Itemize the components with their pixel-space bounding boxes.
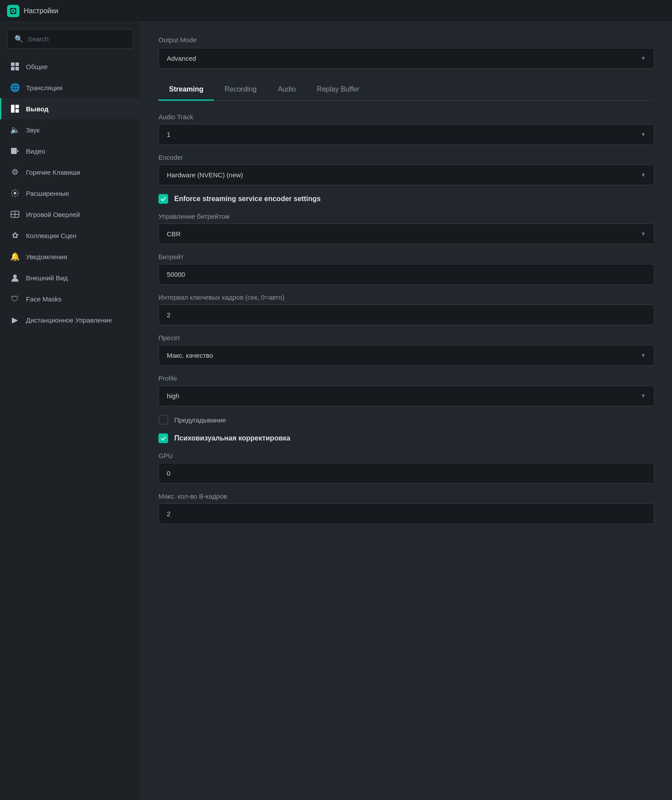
encoder-value: Hardware (NVENC) (new)	[167, 171, 243, 179]
enforce-checkbox-row[interactable]: Enforce streaming service encoder settin…	[158, 194, 654, 204]
svg-rect-7	[11, 105, 15, 113]
nav-label-scene-collections: Коллекции Сцен	[26, 232, 77, 239]
svg-marker-11	[17, 150, 19, 152]
encoder-label: Encoder	[158, 154, 654, 161]
b-frames-value: 2	[167, 510, 170, 517]
output-mode-select[interactable]: Advanced ▼	[158, 48, 654, 69]
tab-audio[interactable]: Audio	[267, 79, 306, 101]
svg-point-12	[14, 192, 16, 194]
chevron-down-icon: ▼	[640, 231, 646, 237]
nav-label-hotkeys: Горячие Клавиши	[26, 169, 80, 176]
nav-item-scene-collections[interactable]: ✿ Коллекции Сцен	[0, 225, 140, 246]
search-container: 🔍 Search	[0, 29, 140, 56]
tab-streaming[interactable]: Streaming	[158, 79, 214, 101]
nav-label-output: Вывод	[26, 105, 48, 113]
b-frames-input[interactable]: 2	[158, 503, 654, 524]
gpu-input[interactable]: 0	[158, 463, 654, 484]
nav-label-streaming: Трансляция	[26, 84, 62, 92]
psychovisual-checkbox[interactable]	[158, 433, 168, 443]
nav-item-advanced[interactable]: Расширенные	[0, 183, 140, 204]
lookahead-checkbox[interactable]	[158, 415, 168, 425]
titlebar-title: Настройки	[24, 7, 58, 15]
lookahead-label: Предугадывание	[174, 416, 226, 424]
svg-rect-6	[15, 67, 19, 70]
bitrate-input[interactable]: 50000	[158, 264, 654, 285]
psychovisual-checkbox-row[interactable]: Психовизуальная корректировка	[158, 433, 654, 443]
bitrate-label: Битрейт	[158, 253, 654, 261]
chevron-down-icon: ▼	[640, 172, 646, 178]
output-mode-label: Output Mode	[158, 36, 654, 44]
profile-label: Profile	[158, 374, 654, 382]
enforce-checkbox[interactable]	[158, 194, 168, 204]
audio-track-select[interactable]: 1 ▼	[158, 124, 654, 145]
game-overlay-icon	[10, 209, 20, 219]
nav-label-notifications: Уведомления	[26, 253, 67, 261]
preset-value: Макс. качество	[167, 352, 213, 359]
lookahead-checkbox-row[interactable]: Предугадывание	[158, 415, 654, 425]
audio-track-label: Audio Track	[158, 113, 654, 121]
app-icon	[7, 5, 19, 17]
scene-collections-icon: ✿	[10, 231, 20, 240]
output-icon	[10, 104, 20, 114]
nav-item-remote-control[interactable]: ▶ Дистанционное Управление	[0, 309, 140, 330]
nav-label-face-masks: Face Masks	[26, 295, 62, 303]
advanced-icon	[10, 188, 20, 198]
remote-control-icon: ▶	[10, 315, 20, 325]
nav-item-streaming[interactable]: 🌐 Трансляция	[0, 77, 140, 98]
nav-item-face-masks[interactable]: 🛡 Face Masks	[0, 288, 140, 309]
video-icon	[10, 146, 20, 156]
chevron-down-icon: ▼	[640, 131, 646, 138]
nav-item-notifications[interactable]: 🔔 Уведомления	[0, 246, 140, 267]
nav-item-appearance[interactable]: Внешний Вид	[0, 267, 140, 288]
content-area: Output Mode Advanced ▼ Streaming Recordi…	[141, 22, 672, 800]
nav-item-hotkeys[interactable]: ⚙ Горячие Клавиши	[0, 161, 140, 183]
svg-point-2	[12, 10, 14, 12]
nav-item-output[interactable]: Вывод	[0, 98, 140, 119]
streaming-icon: 🌐	[10, 83, 20, 92]
enforce-label: Enforce streaming service encoder settin…	[174, 195, 321, 203]
nav-label-remote-control: Дистанционное Управление	[26, 316, 112, 324]
preset-select[interactable]: Макс. качество ▼	[158, 345, 654, 366]
nav-label-advanced: Расширенные	[26, 190, 69, 197]
general-icon	[10, 62, 20, 71]
nav-item-general[interactable]: Общие	[0, 56, 140, 77]
sidebar: 🔍 Search Общие 🌐 Трансляция	[0, 22, 141, 800]
gpu-value: 0	[167, 470, 170, 477]
nav-label-video: Видео	[26, 147, 45, 155]
nav-label-general: Общие	[26, 63, 48, 70]
search-box[interactable]: 🔍 Search	[7, 29, 133, 49]
keyframe-input[interactable]: 2	[158, 305, 654, 325]
nav-label-audio: Звук	[26, 126, 40, 134]
search-placeholder: Search	[28, 35, 49, 43]
chevron-down-icon: ▼	[640, 393, 646, 399]
notifications-icon: 🔔	[10, 252, 20, 261]
svg-rect-8	[15, 105, 19, 108]
svg-rect-9	[15, 109, 19, 113]
nav-label-game-overlay: Игровой Оверлей	[26, 211, 80, 218]
nav-item-video[interactable]: Видео	[0, 140, 140, 161]
svg-rect-10	[11, 148, 17, 154]
gpu-label: GPU	[158, 452, 654, 459]
encoder-select[interactable]: Hardware (NVENC) (new) ▼	[158, 165, 654, 185]
b-frames-label: Макс. кол-во B-кадров	[158, 492, 654, 500]
bitrate-value: 50000	[167, 271, 185, 278]
face-masks-icon: 🛡	[10, 294, 20, 304]
psychovisual-label: Психовизуальная корректировка	[174, 434, 290, 442]
chevron-down-icon: ▼	[640, 352, 646, 359]
bitrate-control-select[interactable]: CBR ▼	[158, 224, 654, 244]
preset-label: Пресет	[158, 334, 654, 341]
output-mode-value: Advanced	[167, 55, 196, 62]
tab-recording[interactable]: Recording	[214, 79, 267, 101]
audio-icon: 🔈	[10, 125, 20, 135]
profile-select[interactable]: high ▼	[158, 385, 654, 406]
svg-rect-3	[11, 62, 15, 66]
svg-point-16	[13, 275, 17, 278]
tab-replay-buffer[interactable]: Replay Buffer	[306, 79, 370, 101]
chevron-down-icon: ▼	[640, 55, 646, 62]
keyframe-label: Интервал ключевых кадров (сек, 0=авто)	[158, 294, 654, 301]
audio-track-value: 1	[167, 131, 170, 138]
nav-item-game-overlay[interactable]: Игровой Оверлей	[0, 204, 140, 225]
bitrate-control-label: Управление битрейтом	[158, 213, 654, 220]
svg-rect-5	[11, 67, 15, 70]
nav-item-audio[interactable]: 🔈 Звук	[0, 119, 140, 140]
